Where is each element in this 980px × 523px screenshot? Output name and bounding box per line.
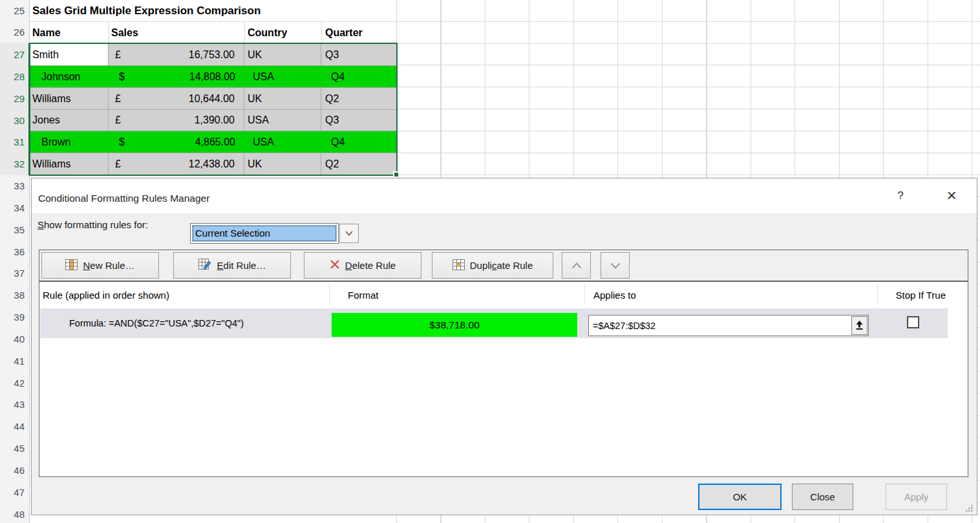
table-row[interactable]: Jones £1,390.00 USA Q3 <box>30 110 396 131</box>
row-header-30[interactable]: 30 <box>0 110 25 132</box>
column-header-name[interactable]: Name <box>30 22 109 43</box>
ok-button[interactable]: OK <box>698 484 782 510</box>
row-header-41[interactable]: 41 <box>0 350 25 372</box>
column-header-stop-if-true: Stop If True <box>883 288 946 303</box>
help-icon[interactable]: ? <box>893 189 908 205</box>
sheet-title-cell[interactable]: Sales Grid Multiple Expression Compariso… <box>32 0 261 21</box>
row-header-37[interactable]: 37 <box>0 262 25 284</box>
column-header-country[interactable]: Country <box>244 22 321 43</box>
currency-symbol: £ <box>115 49 121 61</box>
row-header-39[interactable]: 39 <box>0 306 25 328</box>
applies-to-input[interactable] <box>588 315 869 336</box>
conditional-formatting-rules-manager-dialog: Conditional Formatting Rules Manager ? ×… <box>31 178 977 515</box>
row-header-26[interactable]: 26 <box>0 21 25 43</box>
row-header-29[interactable]: 29 <box>0 88 25 110</box>
row-header-27[interactable]: 27 <box>0 44 25 66</box>
cell-sales[interactable]: £16,753.00 <box>109 44 244 65</box>
rule-row[interactable]: Formula: =AND($C27="USA",$D27="Q4") $38,… <box>40 308 948 338</box>
row-header-45[interactable]: 45 <box>0 438 25 460</box>
show-rules-dropdown[interactable]: Current Selection <box>190 223 339 244</box>
cell-sales[interactable]: $14,808.00 <box>109 66 244 87</box>
chevron-down-icon[interactable] <box>339 224 359 243</box>
currency-symbol: $ <box>119 136 125 148</box>
cell-country[interactable]: UK <box>244 44 321 65</box>
row-header-34[interactable]: 34 <box>0 197 25 219</box>
cell-name[interactable]: Johnson <box>30 66 109 87</box>
show-rules-label: Show formatting rules for: <box>37 219 148 230</box>
close-icon[interactable]: × <box>942 185 961 206</box>
range-picker-icon[interactable] <box>851 316 868 335</box>
row-header-48[interactable]: 48 <box>0 504 25 523</box>
chevron-down-icon <box>610 260 621 271</box>
move-rule-up-button[interactable] <box>562 252 591 279</box>
cell-quarter[interactable]: Q4 <box>321 66 396 87</box>
row-header-25[interactable]: 25 <box>0 0 25 22</box>
rule-format-preview[interactable]: $38,718.00 <box>332 313 577 337</box>
cell-sales[interactable]: $4,865.00 <box>109 131 244 153</box>
cell-quarter[interactable]: Q3 <box>321 110 396 131</box>
row-header-38[interactable]: 38 <box>0 284 25 306</box>
cell-quarter[interactable]: Q2 <box>321 88 396 109</box>
stop-if-true-checkbox[interactable] <box>907 316 919 328</box>
cell-country[interactable]: UK <box>244 88 321 109</box>
column-header-sales[interactable]: Sales <box>109 22 244 43</box>
dialog-title: Conditional Formatting Rules Manager <box>38 178 209 213</box>
currency-symbol: £ <box>115 158 121 170</box>
table-pencil-icon <box>198 259 212 272</box>
row-header-32[interactable]: 32 <box>0 153 25 175</box>
cell-sales[interactable]: £10,644.00 <box>109 88 244 109</box>
duplicate-rule-button[interactable]: Duplicate Rule <box>432 252 553 279</box>
cell-country[interactable]: USA <box>244 110 321 131</box>
cell-country[interactable]: UK <box>244 153 321 175</box>
row-header-43[interactable]: 43 <box>0 394 25 416</box>
amount: 14,808.00 <box>189 71 235 83</box>
row-header-47[interactable]: 47 <box>0 482 25 504</box>
row-header-36[interactable]: 36 <box>0 241 25 263</box>
apply-button[interactable]: Apply <box>886 484 947 510</box>
table-row[interactable]: Williams £10,644.00 UK Q2 <box>30 88 396 110</box>
move-rule-down-button[interactable] <box>601 252 630 279</box>
cell-sales[interactable]: £1,390.00 <box>109 110 244 131</box>
table-row[interactable]: Williams £12,438.00 UK Q2 <box>30 153 396 175</box>
cell-name[interactable]: Williams <box>30 88 109 109</box>
new-rule-button[interactable]: New Rule… <box>41 252 159 279</box>
cell-name[interactable]: Brown <box>30 131 109 153</box>
cell-quarter[interactable]: Q2 <box>321 153 396 175</box>
edit-rule-button[interactable]: Edit Rule… <box>173 252 291 279</box>
column-separator <box>877 284 878 305</box>
resize-grip-icon[interactable] <box>964 504 974 515</box>
row-header-33[interactable]: 33 <box>0 175 25 197</box>
button-label: Delete Rule <box>345 260 396 271</box>
table-row[interactable]: Brown $4,865.00 USA Q4 <box>30 131 396 153</box>
row-header-46[interactable]: 46 <box>0 460 25 482</box>
column-header-quarter[interactable]: Quarter <box>321 22 396 43</box>
table-row[interactable]: Smith £16,753.00 UK Q3 <box>30 44 396 66</box>
delete-rule-button[interactable]: Delete Rule <box>304 252 421 279</box>
row-header-40[interactable]: 40 <box>0 328 25 350</box>
cell-name[interactable]: Smith <box>30 44 109 65</box>
row-header-28[interactable]: 28 <box>0 66 25 88</box>
table-row[interactable]: Johnson $14,808.00 USA Q4 <box>30 66 396 88</box>
cell-sales[interactable]: £12,438.00 <box>109 153 244 175</box>
amount: 16,753.00 <box>189 49 235 61</box>
fill-handle[interactable] <box>393 171 398 176</box>
button-label: Duplicate Rule <box>470 260 533 271</box>
row-header-31[interactable]: 31 <box>0 131 25 153</box>
dialog-titlebar[interactable]: Conditional Formatting Rules Manager ? × <box>32 178 977 213</box>
amount: 4,865.00 <box>195 136 235 148</box>
column-header-format: Format <box>348 288 379 303</box>
cell-name[interactable]: Jones <box>30 110 109 131</box>
column-separator <box>329 284 330 305</box>
table-grid-icon <box>453 259 465 272</box>
row-header-35[interactable]: 35 <box>0 219 25 241</box>
amount: 10,644.00 <box>189 93 235 105</box>
cell-quarter[interactable]: Q3 <box>321 44 396 65</box>
row-header-44[interactable]: 44 <box>0 416 25 438</box>
currency-symbol: $ <box>119 71 125 83</box>
close-button[interactable]: Close <box>792 484 853 510</box>
cell-country[interactable]: USA <box>244 66 321 87</box>
cell-country[interactable]: USA <box>244 131 321 153</box>
cell-name[interactable]: Williams <box>30 153 109 175</box>
row-header-42[interactable]: 42 <box>0 372 25 394</box>
cell-quarter[interactable]: Q4 <box>321 131 396 153</box>
